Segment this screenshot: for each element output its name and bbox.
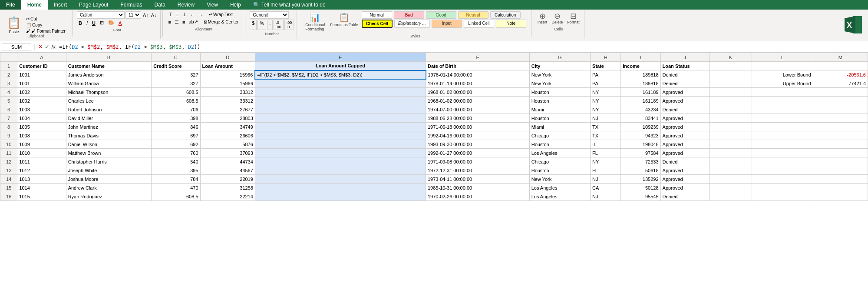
cell-B10[interactable]: Daniel Wilson bbox=[66, 140, 152, 149]
currency-button[interactable]: $ bbox=[250, 20, 257, 30]
cell-C8[interactable]: 846 bbox=[152, 123, 200, 131]
cell-L4[interactable] bbox=[752, 88, 813, 97]
cell-F10[interactable]: 1993-09-30 00:00:00 bbox=[426, 140, 530, 149]
cell-M5[interactable] bbox=[813, 97, 868, 105]
insert-button[interactable]: ⊕ Insert bbox=[536, 11, 549, 25]
cell-I13[interactable]: 50618 bbox=[621, 166, 660, 175]
align-middle-button[interactable]: ≡ bbox=[175, 12, 180, 18]
cell-D10[interactable]: 5876 bbox=[200, 140, 255, 149]
cell-E2[interactable]: =IF(D2 < $M$2, $M$2, IF(D2 > $M$3, $M$3,… bbox=[255, 70, 426, 79]
style-good[interactable]: Good bbox=[426, 11, 456, 19]
col-header-F[interactable]: F bbox=[426, 53, 530, 62]
confirm-formula-icon[interactable]: ✓ bbox=[45, 43, 50, 50]
style-note[interactable]: Note bbox=[496, 20, 526, 28]
cell-B14[interactable]: Joshua Moore bbox=[66, 175, 152, 184]
cell-A3[interactable]: 1001 bbox=[17, 79, 66, 88]
align-bottom-button[interactable]: ⊥ bbox=[181, 11, 188, 18]
cell-A11[interactable]: 1010 bbox=[17, 149, 66, 157]
cell-H12[interactable]: NY bbox=[591, 157, 621, 166]
cell-K9[interactable] bbox=[709, 131, 752, 140]
cell-B3[interactable]: William Garcia bbox=[66, 79, 152, 88]
cell-M12[interactable] bbox=[813, 157, 868, 166]
cell-J6[interactable]: Denied bbox=[660, 105, 709, 114]
font-name-select[interactable]: Calibri bbox=[77, 11, 125, 19]
cell-H2[interactable]: PA bbox=[591, 70, 621, 79]
cell-E14[interactable] bbox=[255, 175, 426, 184]
cell-K14[interactable] bbox=[709, 175, 752, 184]
name-box[interactable] bbox=[2, 43, 31, 50]
cell-K2[interactable] bbox=[709, 70, 752, 79]
cell-I5[interactable]: 161189 bbox=[621, 97, 660, 105]
cell-M8[interactable] bbox=[813, 123, 868, 131]
cell-L15[interactable] bbox=[752, 184, 813, 192]
cell-J8[interactable]: Approved bbox=[660, 123, 709, 131]
cell-J9[interactable]: Approved bbox=[660, 131, 709, 140]
cell-M7[interactable] bbox=[813, 114, 868, 123]
cell-C16[interactable]: 608.5 bbox=[152, 192, 200, 201]
font-color-button[interactable]: A bbox=[117, 20, 123, 26]
cell-D5[interactable]: 33312 bbox=[200, 97, 255, 105]
style-normal[interactable]: Normal bbox=[362, 11, 392, 19]
cell-L12[interactable] bbox=[752, 157, 813, 166]
cell-L1[interactable] bbox=[752, 62, 813, 70]
row-num-12[interactable]: 12 bbox=[0, 157, 17, 166]
cell-I11[interactable]: 97584 bbox=[621, 149, 660, 157]
row-num-4[interactable]: 4 bbox=[0, 88, 17, 97]
cell-M13[interactable] bbox=[813, 166, 868, 175]
cell-E16[interactable] bbox=[255, 192, 426, 201]
row-num-15[interactable]: 15 bbox=[0, 184, 17, 192]
row-num-3[interactable]: 3 bbox=[0, 79, 17, 88]
cell-A9[interactable]: 1008 bbox=[17, 131, 66, 140]
align-top-button[interactable]: ⊤ bbox=[167, 11, 174, 18]
cell-J7[interactable]: Approved bbox=[660, 114, 709, 123]
col-header-L[interactable]: L bbox=[752, 53, 813, 62]
underline-button[interactable]: U bbox=[90, 20, 97, 26]
cell-I6[interactable]: 43234 bbox=[621, 105, 660, 114]
cell-I4[interactable]: 161189 bbox=[621, 88, 660, 97]
cell-M3[interactable]: 77421.4 bbox=[813, 79, 868, 88]
cell-M6[interactable] bbox=[813, 105, 868, 114]
cell-B16[interactable]: Ryan Rodriguez bbox=[66, 192, 152, 201]
cell-C12[interactable]: 540 bbox=[152, 157, 200, 166]
cell-M4[interactable] bbox=[813, 88, 868, 97]
cell-I8[interactable]: 109239 bbox=[621, 123, 660, 131]
cell-A6[interactable]: 1003 bbox=[17, 105, 66, 114]
tab-review[interactable]: Review bbox=[172, 0, 201, 10]
cell-M1[interactable] bbox=[813, 62, 868, 70]
cell-I3[interactable]: 189818 bbox=[621, 79, 660, 88]
cell-A12[interactable]: 1011 bbox=[17, 157, 66, 166]
cell-K6[interactable] bbox=[709, 105, 752, 114]
cell-F3[interactable]: 1978-01-14 00:00:00 bbox=[426, 79, 530, 88]
cell-J2[interactable]: Denied bbox=[660, 70, 709, 79]
format-button[interactable]: ⊟ Format bbox=[565, 11, 581, 25]
cell-K3[interactable] bbox=[709, 79, 752, 88]
cell-L10[interactable] bbox=[752, 140, 813, 149]
cell-A7[interactable]: 1004 bbox=[17, 114, 66, 123]
cell-C7[interactable]: 398 bbox=[152, 114, 200, 123]
row-num-16[interactable]: 16 bbox=[0, 192, 17, 201]
cell-F13[interactable]: 1972-12-31 00:00:00 bbox=[426, 166, 530, 175]
font-size-select[interactable]: 11 bbox=[125, 11, 141, 19]
wrap-text-button[interactable]: ↵ Wrap Text bbox=[207, 12, 234, 17]
cell-F12[interactable]: 1971-09-08 00:00:00 bbox=[426, 157, 530, 166]
cell-H16[interactable]: NJ bbox=[591, 192, 621, 201]
cell-C9[interactable]: 697 bbox=[152, 131, 200, 140]
col-header-I[interactable]: I bbox=[621, 53, 660, 62]
cell-C1[interactable]: Credit Score bbox=[152, 62, 200, 70]
cell-D13[interactable]: 44567 bbox=[200, 166, 255, 175]
cell-I10[interactable]: 198048 bbox=[621, 140, 660, 149]
cell-B4[interactable]: Michael Thompson bbox=[66, 88, 152, 97]
cell-D15[interactable]: 31258 bbox=[200, 184, 255, 192]
cell-I15[interactable]: 50128 bbox=[621, 184, 660, 192]
cell-J14[interactable]: Approved bbox=[660, 175, 709, 184]
cell-C4[interactable]: 608.5 bbox=[152, 88, 200, 97]
cell-H9[interactable]: TX bbox=[591, 131, 621, 140]
indent-inc-button[interactable]: → bbox=[197, 12, 205, 18]
cell-E7[interactable] bbox=[255, 114, 426, 123]
cell-C11[interactable]: 760 bbox=[152, 149, 200, 157]
cell-M10[interactable] bbox=[813, 140, 868, 149]
cell-A14[interactable]: 1013 bbox=[17, 175, 66, 184]
cell-B2[interactable]: James Anderson bbox=[66, 70, 152, 79]
col-header-M[interactable]: M bbox=[813, 53, 868, 62]
cell-M9[interactable] bbox=[813, 131, 868, 140]
